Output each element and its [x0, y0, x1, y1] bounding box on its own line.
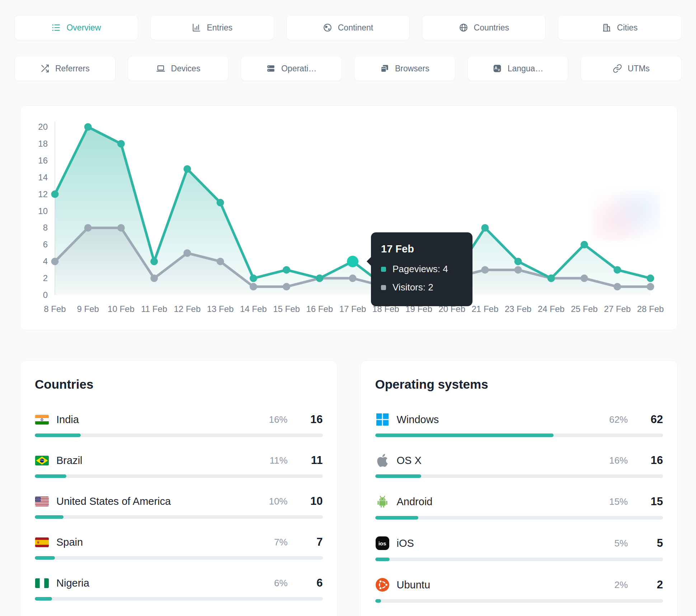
progress-bar	[375, 433, 663, 437]
svg-text:10: 10	[38, 206, 48, 216]
tab-utms[interactable]: UTMs	[580, 56, 682, 81]
shuffle-icon	[40, 64, 50, 73]
tab-label: Browsers	[395, 64, 429, 74]
os-percent: 16%	[609, 455, 628, 466]
country-percent: 16%	[269, 414, 287, 425]
os-percent: 5%	[614, 538, 628, 549]
progress-bar	[35, 556, 323, 560]
translate-icon: Az̄	[493, 64, 502, 73]
tooltip-arrow	[367, 257, 371, 266]
line-chart-canvas[interactable]: 024681012141618208 Feb9 Feb10 Feb11 Feb1…	[20, 106, 677, 331]
progress-bar	[375, 516, 663, 520]
progress-bar	[375, 558, 663, 561]
svg-text:6: 6	[43, 240, 48, 249]
brazil-flag-icon	[35, 456, 49, 465]
row-india: India 16% 16	[35, 413, 323, 437]
tab-label: Continent	[338, 23, 373, 33]
svg-text:20: 20	[38, 122, 48, 132]
android-icon	[375, 495, 390, 508]
row-brazil: Brazil 11% 11	[35, 454, 323, 478]
list-icon	[51, 23, 61, 32]
row-ubuntu: Ubuntu 2% 2	[375, 578, 663, 603]
india-flag-icon	[35, 415, 49, 425]
row-ios: ios iOS 5% 5	[375, 536, 663, 561]
svg-text:16 Feb: 16 Feb	[306, 304, 333, 314]
row-spain: Spain 7% 7	[35, 536, 323, 560]
tooltip-visitors-text: Visitors: 2	[392, 282, 433, 293]
breakdown-panels: Countries India 16% 16 Brazil 11% 11 Uni	[20, 360, 678, 616]
country-name: Spain	[56, 536, 83, 548]
progress-bar	[375, 474, 663, 478]
svg-text:8 Feb: 8 Feb	[44, 304, 66, 314]
os-percent: 15%	[609, 496, 628, 507]
svg-text:A: A	[494, 66, 498, 71]
row-android: Android 15% 15	[375, 495, 663, 520]
svg-text:15 Feb: 15 Feb	[273, 304, 300, 314]
country-percent: 10%	[269, 496, 287, 507]
row-osx: OS X 16% 16	[375, 454, 663, 478]
country-name: United States of America	[56, 496, 171, 507]
svg-text:4: 4	[43, 256, 48, 266]
tab-label: Referrers	[55, 64, 90, 74]
svg-text:9 Feb: 9 Feb	[77, 304, 99, 314]
tab-entries[interactable]: Entries	[150, 15, 274, 40]
pageviews-swatch-icon	[381, 267, 386, 272]
tab-devices[interactable]: Devices	[128, 56, 229, 81]
ios-icon: ios	[375, 536, 390, 550]
tab-label: Countries	[474, 23, 509, 33]
svg-text:10 Feb: 10 Feb	[108, 304, 135, 314]
globe-icon	[459, 23, 468, 32]
panel-title: Countries	[35, 377, 323, 392]
svg-text:16: 16	[38, 156, 48, 165]
svg-text:21 Feb: 21 Feb	[472, 304, 499, 314]
os-name: Ubuntu	[397, 579, 431, 591]
tab-operating-systems[interactable]: Operati…	[241, 56, 342, 81]
svg-text:25 Feb: 25 Feb	[571, 304, 598, 314]
os-count: 5	[640, 537, 663, 550]
svg-text:12 Feb: 12 Feb	[174, 304, 201, 314]
usa-flag-icon	[35, 497, 49, 506]
tooltip-date: 17 Feb	[381, 243, 462, 255]
svg-text:18: 18	[38, 139, 48, 148]
tab-label: Cities	[617, 23, 638, 33]
country-name: Brazil	[56, 455, 83, 466]
os-name: Windows	[397, 414, 439, 426]
tab-label: UTMs	[628, 64, 650, 74]
nigeria-flag-icon	[35, 578, 49, 588]
tooltip-pageviews-row: Pageviews: 4	[381, 264, 462, 275]
laptop-icon	[156, 64, 165, 73]
tab-countries[interactable]: Countries	[422, 15, 546, 40]
tooltip-visitors-row: Visitors: 2	[381, 282, 462, 293]
svg-text:24 Feb: 24 Feb	[538, 304, 565, 314]
tab-cities[interactable]: Cities	[558, 15, 682, 40]
country-name: Nigeria	[56, 577, 89, 589]
tab-referrers[interactable]: Referrers	[14, 56, 116, 81]
svg-text:14: 14	[38, 172, 48, 182]
country-count: 7	[300, 536, 323, 549]
row-windows: Windows 62% 62	[375, 413, 663, 437]
visitors-swatch-icon	[381, 285, 386, 290]
os-name: iOS	[397, 537, 414, 549]
tab-languages[interactable]: Az̄ Langua…	[467, 56, 569, 81]
os-count: 2	[640, 578, 663, 591]
spain-flag-icon	[35, 537, 49, 547]
svg-text:z̄: z̄	[498, 68, 500, 72]
tab-overview[interactable]: Overview	[14, 15, 138, 40]
bar-chart-icon	[192, 23, 201, 32]
svg-text:17 Feb: 17 Feb	[339, 304, 366, 314]
country-count: 16	[300, 413, 323, 426]
tab-browsers[interactable]: Browsers	[354, 56, 455, 81]
tab-continent[interactable]: Continent	[286, 15, 410, 40]
country-count: 11	[300, 454, 323, 467]
server-icon	[266, 64, 276, 73]
os-percent: 2%	[614, 579, 628, 591]
svg-text:13 Feb: 13 Feb	[207, 304, 234, 314]
svg-text:2: 2	[43, 273, 48, 283]
svg-text:0: 0	[43, 290, 48, 300]
country-name: India	[56, 414, 79, 426]
progress-bar	[35, 515, 323, 519]
os-count: 15	[640, 495, 663, 508]
operating-systems-panel: Operating systems Windows 62% 62 OS X 16…	[361, 360, 678, 616]
svg-text:11 Feb: 11 Feb	[141, 304, 167, 314]
ubuntu-icon	[375, 578, 390, 592]
